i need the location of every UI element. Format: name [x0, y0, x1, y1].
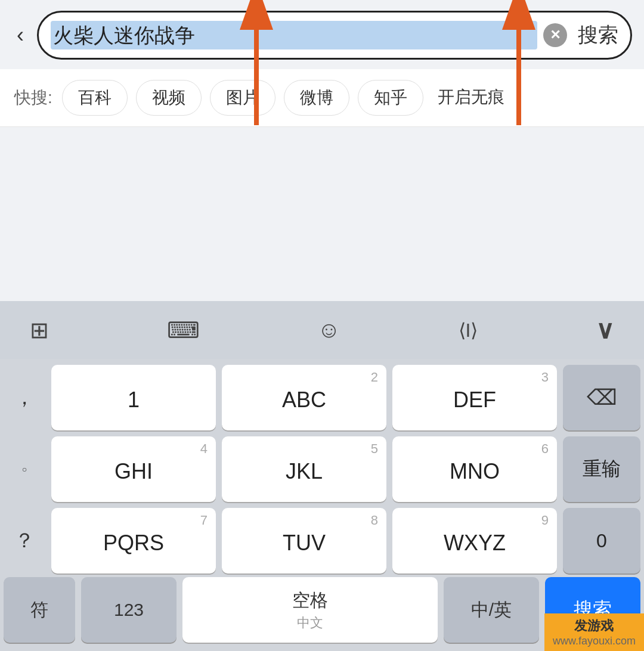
back-button[interactable]: ‹ — [12, 22, 29, 48]
key-7-number: 7 — [200, 513, 208, 528]
key-0[interactable]: 0 — [563, 508, 640, 574]
cursor-icon: ⟨I⟩ — [459, 319, 478, 342]
punct-col-2: ○ — [4, 436, 45, 502]
key-jkl[interactable]: 5 JKL — [222, 436, 386, 502]
punct-comma[interactable]: ， — [4, 365, 45, 430]
watermark: 发游戏 www.fayouxi.com — [544, 613, 644, 651]
key-wxyz[interactable]: 9 WXYZ — [392, 508, 557, 574]
quick-tag-weibo[interactable]: 微博 — [284, 80, 349, 116]
kb-emoji-button[interactable]: ☺ — [305, 312, 352, 348]
key-1-label: 1 — [128, 388, 140, 413]
keyboard: ⊞ ⌨ ☺ ⟨I⟩ ∨ ， 1 2 ABC — [0, 301, 644, 651]
search-input[interactable]: 火柴人迷你战争 — [51, 21, 537, 49]
watermark-brand: 发游戏 — [574, 617, 614, 635]
keyboard-row-3: ？ 7 PQRS 8 TUV 9 WXYZ 0 — [4, 508, 640, 574]
key-4-number: 4 — [200, 441, 208, 457]
key-reenter[interactable]: 重输 — [563, 436, 640, 502]
key-space-sub: 中文 — [297, 614, 323, 632]
key-ghi[interactable]: 4 GHI — [51, 436, 216, 502]
key-abc[interactable]: 2 ABC — [222, 365, 386, 430]
search-confirm-button[interactable]: 搜索 — [573, 21, 618, 49]
key-abc-label: ABC — [282, 388, 326, 413]
key-reenter-label: 重输 — [583, 456, 621, 482]
key-tuv[interactable]: 8 TUV — [222, 508, 386, 574]
key-pqrs[interactable]: 7 PQRS — [51, 508, 216, 574]
quick-tag-zhihu[interactable]: 知乎 — [358, 80, 423, 116]
key-5-number: 5 — [371, 441, 378, 457]
grid-icon: ⊞ — [30, 317, 49, 343]
key-tuv-label: TUV — [283, 531, 326, 556]
key-mno[interactable]: 6 MNO — [392, 436, 557, 502]
key-space[interactable]: 空格 中文 — [182, 577, 438, 643]
search-area: ‹ 火柴人迷你战争 搜索 — [0, 0, 644, 69]
punct-question[interactable]: ？ — [4, 508, 45, 574]
key-8-number: 8 — [371, 513, 378, 528]
punct-col-3: ？ — [4, 508, 45, 574]
search-box: 火柴人迷你战争 搜索 — [37, 11, 632, 60]
punct-period[interactable]: ○ — [4, 436, 45, 502]
key-def[interactable]: 3 DEF — [392, 365, 557, 430]
keyboard-icon: ⌨ — [167, 317, 200, 343]
backspace-icon: ⌫ — [587, 385, 617, 410]
key-123-label: 123 — [114, 600, 144, 620]
kb-collapse-button[interactable]: ∨ — [584, 311, 626, 349]
quick-tags-container: 百科 视频 图片 微博 知乎 开启无痕 — [62, 80, 630, 116]
key-mno-label: MNO — [450, 459, 500, 484]
kb-keys-button[interactable]: ⌨ — [155, 312, 212, 348]
keyboard-toolbar: ⊞ ⌨ ☺ ⟨I⟩ ∨ — [0, 301, 644, 359]
quick-search-label: 快搜: — [14, 86, 52, 109]
keyboard-row-1: ， 1 2 ABC 3 DEF ⌫ — [4, 365, 640, 430]
emoji-icon: ☺ — [317, 317, 340, 343]
key-zh-en[interactable]: 中/英 — [444, 577, 539, 643]
key-pqrs-label: PQRS — [103, 531, 164, 556]
key-def-label: DEF — [453, 388, 496, 413]
key-9-number: 9 — [541, 513, 549, 528]
key-6-number: 6 — [541, 441, 549, 457]
key-123[interactable]: 123 — [81, 577, 177, 643]
collapse-icon: ∨ — [596, 315, 614, 345]
quick-tag-baike[interactable]: 百科 — [62, 80, 128, 116]
key-fu[interactable]: 符 — [4, 577, 75, 643]
keyboard-row-2: ○ 4 GHI 5 JKL 6 MNO 重输 — [4, 436, 640, 502]
key-1[interactable]: 1 — [51, 365, 216, 430]
kb-grid-button[interactable]: ⊞ — [18, 312, 61, 348]
kb-cursor-button[interactable]: ⟨I⟩ — [447, 314, 490, 346]
key-space-main: 空格 — [292, 588, 328, 613]
key-3-number: 3 — [541, 370, 549, 385]
quick-tag-video[interactable]: 视频 — [136, 80, 202, 116]
key-ghi-label: GHI — [114, 459, 153, 484]
key-backspace[interactable]: ⌫ — [563, 365, 640, 430]
watermark-url: www.fayouxi.com — [553, 635, 636, 647]
key-wxyz-label: WXYZ — [444, 531, 506, 556]
clear-button[interactable] — [543, 23, 567, 47]
key-fu-label: 符 — [30, 598, 48, 622]
keyboard-rows: ， 1 2 ABC 3 DEF ⌫ ○ 4 GHI — [0, 359, 644, 577]
quick-tag-image[interactable]: 图片 — [210, 80, 275, 116]
key-jkl-label: JKL — [286, 459, 323, 484]
key-2-number: 2 — [371, 370, 378, 385]
punct-col-1: ， — [4, 365, 45, 430]
quick-tag-private[interactable]: 开启无痕 — [432, 80, 510, 116]
key-0-label: 0 — [596, 530, 607, 552]
key-zh-en-label: 中/英 — [471, 598, 512, 622]
quick-search-bar: 快搜: 百科 视频 图片 微博 知乎 开启无痕 — [0, 69, 644, 127]
